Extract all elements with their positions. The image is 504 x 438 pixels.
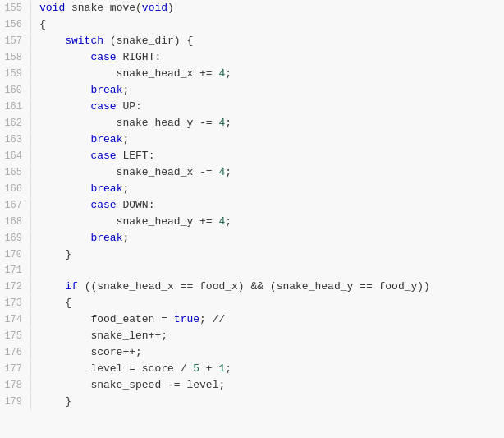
code-row: 155void snake_move(void) [0,0,504,16]
code-content: break; [31,230,504,246]
line-number: 177 [0,362,31,377]
code-row: 172 if ((snake_head_x == food_x) && (sna… [0,279,504,295]
code-row: 161 case UP: [0,99,504,115]
code-content: snake_head_y -= 4; [31,115,504,131]
line-number: 165 [0,165,31,181]
line-number: 162 [0,116,31,131]
line-number: 158 [0,50,31,66]
code-row: 176 score++; [0,344,504,361]
code-content: if ((snake_head_x == food_x) && (snake_h… [31,279,504,294]
line-number: 155 [0,1,31,16]
code-content: } [31,394,504,409]
line-number: 174 [0,312,31,328]
line-number: 172 [0,279,31,295]
code-content: break; [31,131,504,147]
code-row: 160 break; [0,82,504,99]
code-row: 174 food_eaten = true; // [0,311,504,328]
line-number: 169 [0,231,31,247]
code-row: 179 } [0,394,504,410]
line-number: 163 [0,132,31,148]
code-row: 175 snake_len++; [0,328,504,344]
code-content: case UP: [31,99,504,114]
code-editor: 155void snake_move(void)156{157 switch (… [0,0,504,438]
code-row: 157 switch (snake_dir) { [0,33,504,49]
code-content: case LEFT: [31,148,504,164]
code-row: 166 break; [0,181,504,197]
code-row: 156{ [0,16,504,33]
code-content: food_eaten = true; // [31,311,504,327]
code-content: } [31,247,504,262]
code-row: 178 snake_speed -= level; [0,377,504,394]
code-content: case RIGHT: [31,49,504,65]
code-content: break; [31,181,504,196]
line-number: 173 [0,296,31,311]
code-row: 177 level = score / 5 + 1; [0,361,504,377]
code-content: snake_head_x -= 4; [31,164,504,180]
code-content: snake_len++; [31,328,504,343]
line-number: 168 [0,214,31,230]
code-row: 163 break; [0,131,504,148]
line-number: 164 [0,149,31,164]
code-row: 165 snake_head_x -= 4; [0,164,504,181]
line-number: 175 [0,329,31,344]
code-row: 170 } [0,247,504,263]
code-content: snake_head_y += 4; [31,214,504,229]
line-number: 167 [0,198,31,214]
code-content: level = score / 5 + 1; [31,361,504,376]
line-number: 160 [0,83,31,99]
code-row: 171 [0,263,504,279]
line-number: 166 [0,182,31,197]
code-row: 162 snake_head_y -= 4; [0,115,504,131]
code-row: 158 case RIGHT: [0,49,504,66]
code-content: case DOWN: [31,197,504,213]
code-row: 168 snake_head_y += 4; [0,214,504,230]
code-row: 164 case LEFT: [0,148,504,164]
code-content: snake_speed -= level; [31,377,504,393]
code-row: 169 break; [0,230,504,247]
code-row: 173 { [0,295,504,311]
line-number: 178 [0,378,31,394]
line-number: 157 [0,34,31,49]
line-number: 161 [0,99,31,115]
code-content: switch (snake_dir) { [31,33,504,48]
code-row: 167 case DOWN: [0,197,504,214]
line-number: 170 [0,247,31,263]
line-number: 176 [0,345,31,361]
code-content: { [31,295,504,311]
code-content: snake_head_x += 4; [31,66,504,81]
code-content: score++; [31,344,504,360]
code-content: void snake_move(void) [31,0,504,16]
line-number: 159 [0,67,31,82]
line-number: 179 [0,394,31,410]
code-row: 159 snake_head_x += 4; [0,66,504,82]
code-content: { [31,16,504,32]
code-content: break; [31,82,504,98]
line-number: 171 [0,263,31,279]
line-number: 156 [0,17,31,33]
